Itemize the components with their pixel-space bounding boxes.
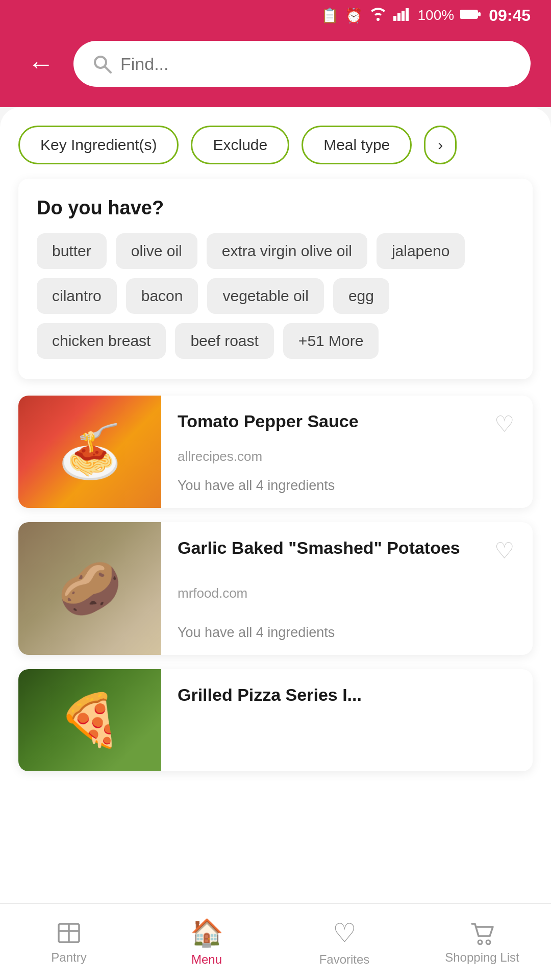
do-you-have-section: Do you have? butter olive oil extra virg… — [18, 179, 533, 379]
svg-point-12 — [486, 940, 490, 944]
svg-rect-5 — [478, 12, 481, 16]
notification-icon: 📋 — [321, 7, 339, 24]
search-bar[interactable] — [73, 41, 531, 87]
battery-percent: 100% — [418, 7, 455, 23]
filter-tab-exclude[interactable]: Exclude — [191, 126, 289, 164]
recipe-card-pizza[interactable]: Grilled Pizza Series I... — [18, 669, 533, 771]
main-content: Key Ingredient(s) Exclude Meal type › Do… — [0, 107, 551, 975]
recipe-card-garlic-potatoes[interactable]: Garlic Baked "Smashed" Potatoes ♡ mrfood… — [18, 522, 533, 655]
back-button[interactable]: ← — [20, 43, 61, 84]
svg-line-7 — [105, 66, 111, 72]
nav-label-favorites: Favorites — [319, 952, 370, 967]
svg-rect-0 — [393, 16, 396, 21]
tag-butter[interactable]: butter — [37, 233, 107, 269]
tag-olive-oil[interactable]: olive oil — [116, 233, 197, 269]
heart-icon-potato: ♡ — [494, 540, 514, 562]
svg-rect-3 — [406, 8, 409, 21]
tag-beef-roast[interactable]: beef roast — [175, 323, 273, 359]
nav-item-menu[interactable]: 🏠 Menu — [138, 904, 276, 980]
filter-tabs: Key Ingredient(s) Exclude Meal type › — [0, 107, 551, 179]
status-icons: 📋 ⏰ 100% — [321, 7, 481, 24]
nav-label-pantry: Pantry — [51, 950, 86, 965]
recipe-info-tomato: Tomato Pepper Sauce ♡ allrecipes.com You… — [161, 396, 533, 508]
header: ← — [0, 31, 551, 107]
nav-item-shopping-list[interactable]: Shopping List — [413, 904, 551, 980]
tag-bacon[interactable]: bacon — [126, 278, 198, 314]
nav-label-shopping-list: Shopping List — [445, 950, 519, 965]
recipe-header-tomato: Tomato Pepper Sauce ♡ — [178, 410, 518, 438]
wifi-icon — [369, 7, 387, 24]
favorite-button-potato[interactable]: ♡ — [490, 536, 518, 565]
bottom-nav: Pantry 🏠 Menu ♡ Favorites Shopping List — [0, 903, 551, 980]
tag-cilantro[interactable]: cilantro — [37, 278, 117, 314]
ingredient-tags: butter olive oil extra virgin olive oil … — [37, 233, 514, 359]
nav-item-favorites[interactable]: ♡ Favorites — [276, 904, 413, 980]
recipe-source-potato: mrfood.com — [178, 585, 518, 601]
svg-rect-1 — [397, 13, 400, 21]
svg-rect-2 — [402, 11, 405, 21]
filter-tab-more[interactable]: › — [424, 126, 457, 164]
svg-rect-4 — [460, 10, 478, 18]
recipe-title-potato: Garlic Baked "Smashed" Potatoes — [178, 536, 490, 559]
nav-item-pantry[interactable]: Pantry — [0, 904, 138, 980]
tag-extra-virgin-olive-oil[interactable]: extra virgin olive oil — [207, 233, 367, 269]
alarm-icon: ⏰ — [345, 7, 363, 24]
recipe-image-potato — [18, 522, 161, 655]
menu-icon: 🏠 — [190, 917, 223, 948]
nav-label-menu: Menu — [191, 952, 222, 967]
tag-vegetable-oil[interactable]: vegetable oil — [207, 278, 323, 314]
status-time: 09:45 — [489, 6, 531, 25]
tag-jalapeno[interactable]: jalapeno — [377, 233, 465, 269]
heart-icon-tomato: ♡ — [494, 413, 514, 435]
filter-tab-meal-type[interactable]: Meal type — [302, 126, 412, 164]
recipe-card-tomato-pepper-sauce[interactable]: Tomato Pepper Sauce ♡ allrecipes.com You… — [18, 396, 533, 508]
recipe-source-tomato: allrecipes.com — [178, 449, 518, 464]
tag-chicken-breast[interactable]: chicken breast — [37, 323, 166, 359]
recipe-info-potato: Garlic Baked "Smashed" Potatoes ♡ mrfood… — [161, 522, 533, 655]
favorite-button-tomato[interactable]: ♡ — [490, 410, 518, 438]
recipe-header-potato: Garlic Baked "Smashed" Potatoes ♡ — [178, 536, 518, 565]
search-input[interactable] — [120, 54, 512, 74]
recipe-image-tomato — [18, 396, 161, 508]
recipe-header-pizza: Grilled Pizza Series I... — [178, 683, 518, 706]
battery-icon — [460, 7, 481, 23]
favorites-icon: ♡ — [333, 918, 357, 948]
tag-more[interactable]: +51 More — [283, 323, 379, 359]
search-icon — [92, 54, 112, 74]
recipe-title-tomato: Tomato Pepper Sauce — [178, 410, 490, 432]
back-arrow-icon: ← — [28, 51, 54, 77]
do-you-have-title: Do you have? — [37, 197, 514, 219]
recipe-image-pizza — [18, 669, 161, 771]
svg-point-11 — [478, 940, 482, 944]
cart-icon — [469, 920, 495, 946]
tag-egg[interactable]: egg — [333, 278, 389, 314]
pantry-icon — [56, 920, 82, 946]
status-bar: 📋 ⏰ 100% 09:45 — [0, 0, 551, 31]
recipe-title-pizza: Grilled Pizza Series I... — [178, 683, 518, 706]
recipe-info-pizza: Grilled Pizza Series I... — [161, 669, 533, 771]
recipe-ingredients-note-tomato: You have all 4 ingredients — [178, 478, 518, 494]
recipe-ingredients-note-potato: You have all 4 ingredients — [178, 625, 518, 641]
filter-tab-key-ingredients[interactable]: Key Ingredient(s) — [18, 126, 179, 164]
signal-icon — [393, 7, 412, 24]
